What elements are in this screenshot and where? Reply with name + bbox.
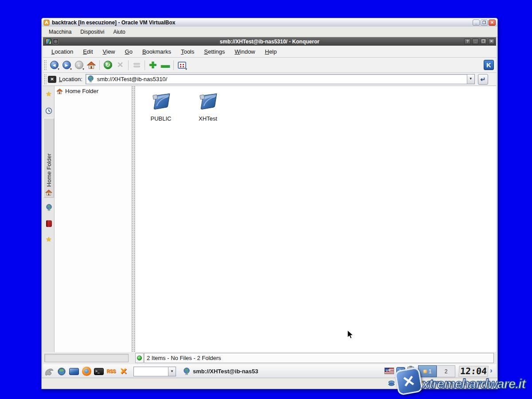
globe-icon — [87, 75, 94, 83]
menu-dispositivi[interactable]: Dispositivi — [76, 27, 109, 36]
help-button[interactable]: ? — [464, 39, 471, 44]
konqueror-title: smb://XHTest@ib-nas5310/ - Konqueror — [43, 39, 496, 45]
folder-item-xhtest[interactable]: XHTest — [192, 91, 223, 122]
konqueror-toolbar: ◀▼ ▶▼ ▲▼ ↻ ✕ ✚ ▬ ▼ K — [43, 58, 496, 73]
zoom-in-button[interactable]: ✚ — [147, 59, 159, 71]
firefox-icon — [82, 367, 91, 376]
rss-launcher[interactable]: RSS — [105, 365, 117, 378]
status-text: 2 Items - No Files - 2 Folders — [144, 353, 494, 363]
services-tab[interactable]: ★ — [44, 90, 53, 98]
menu-aiuto[interactable]: Aiuto — [109, 27, 129, 36]
status-led-box — [135, 353, 144, 363]
reload-button[interactable]: ↻ — [102, 59, 114, 71]
menu-window[interactable]: Window — [230, 47, 260, 57]
up-dropdown-icon: ▼ — [82, 68, 85, 70]
shade-icon[interactable]: ◎ — [53, 39, 59, 44]
konqueror-titlebar[interactable]: smb://XHTest@ib-nas5310/ - Konqueror ◎ ?… — [43, 37, 496, 46]
virtualbox-app-icon — [43, 20, 50, 26]
root-folder-tab[interactable] — [44, 219, 53, 228]
menu-view[interactable]: View — [98, 47, 120, 57]
toolbar-separator — [99, 60, 100, 70]
combobox-value — [134, 367, 168, 376]
menu-tools[interactable]: Tools — [176, 47, 199, 57]
menu-macchina[interactable]: Macchina — [44, 27, 76, 36]
virtualbox-titlebar[interactable]: backtrack [In esecuzione] - Oracle VM Vi… — [42, 18, 497, 27]
mouse-cursor — [347, 330, 354, 340]
konqueror-statusbar: 2 Items - No Files - 2 Folders — [43, 352, 496, 364]
toolbar-separator — [173, 60, 174, 70]
firefox-launcher[interactable] — [80, 365, 93, 378]
back-dropdown-icon: ▼ — [57, 68, 60, 70]
forward-button[interactable]: ▶▼ — [60, 59, 73, 71]
up-button[interactable]: ▲▼ — [73, 59, 85, 71]
menu-settings[interactable]: Settings — [199, 47, 230, 57]
location-input[interactable] — [95, 76, 467, 82]
close-button[interactable]: ✕ — [488, 39, 495, 44]
stop-icon: ✕ — [117, 60, 123, 70]
clear-location-icon[interactable]: ✕ — [48, 76, 56, 83]
menu-help[interactable]: Help — [260, 47, 282, 57]
home-button[interactable] — [85, 59, 98, 71]
kmenu-button[interactable] — [43, 365, 55, 378]
close-button[interactable]: ✕ — [489, 20, 496, 26]
orange-x-icon: ✕ — [120, 366, 127, 376]
keyboard-layout-icon[interactable]: US — [384, 368, 394, 374]
zoom-in-icon: ✚ — [149, 60, 157, 70]
taskbar-item-konqueror[interactable]: smb://XHTest@ib-nas53 — [183, 368, 294, 376]
folder-label: XHTest — [192, 115, 223, 122]
stop-button[interactable]: ✕ — [114, 59, 126, 71]
maximize-button[interactable]: ❐ — [481, 20, 488, 26]
rss-icon: RSS — [107, 369, 116, 374]
combobox-dropdown-icon[interactable]: ▼ — [168, 367, 176, 376]
panel-combobox[interactable]: ▼ — [133, 367, 176, 376]
red-book-icon — [46, 220, 52, 227]
folder-icon — [150, 91, 172, 112]
network-tab[interactable] — [44, 203, 53, 212]
location-dropdown-icon[interactable]: ▼ — [467, 74, 474, 84]
progress-bar — [44, 354, 129, 362]
folder-item-public[interactable]: PUBLIC — [145, 91, 176, 122]
zoom-out-icon: ▬ — [161, 60, 170, 70]
watermark: ✕ xtremehardware.it — [395, 367, 528, 397]
toolbar-drag-handle[interactable] — [44, 60, 47, 70]
hdd-icon — [388, 380, 395, 387]
history-clock-icon — [45, 107, 52, 114]
xapp-launcher[interactable]: ✕ — [117, 365, 130, 378]
minimize-button[interactable]: _ — [473, 20, 480, 26]
menu-location[interactable]: Location — [47, 47, 78, 57]
taskbar-item-label: smb://XHTest@ib-nas53 — [193, 368, 286, 375]
back-button[interactable]: ◀▼ — [48, 59, 60, 71]
print-button[interactable] — [130, 59, 143, 71]
konqueror-window-icon[interactable] — [46, 39, 51, 44]
locationbar-drag-handle[interactable] — [44, 74, 47, 85]
history-tab[interactable] — [44, 106, 53, 115]
zoom-out-button[interactable]: ▬ — [159, 59, 172, 71]
sidebar-panel: Home Folder — [55, 86, 132, 352]
bookmarks-tab[interactable]: ★ — [44, 235, 53, 244]
desktop: backtrack [In esecuzione] - Oracle VM Vi… — [0, 0, 532, 399]
terminal-icon: >_ — [94, 368, 104, 375]
terminal-launcher[interactable]: >_ — [93, 365, 105, 378]
minimize-button[interactable]: _ — [472, 39, 479, 44]
maximize-button[interactable]: ❐ — [480, 39, 487, 44]
menu-go[interactable]: Go — [120, 47, 137, 57]
home-folder-tab[interactable]: Home Folder — [43, 118, 54, 198]
menu-bookmarks[interactable]: Bookmarks — [137, 47, 176, 57]
home-icon — [45, 189, 52, 196]
sidebar-tabstrip: ★ Home Folder ★ — [43, 86, 55, 352]
services-icon: ★ — [46, 90, 51, 98]
menu-edit[interactable]: Edit — [78, 47, 98, 57]
sidebar-home-folder-item[interactable]: Home Folder — [55, 86, 131, 96]
desktop-launcher[interactable] — [68, 365, 80, 378]
view-mode-button[interactable]: ▼ — [176, 59, 188, 71]
network-globe-icon — [46, 204, 52, 211]
print-icon — [133, 62, 140, 68]
folder-icon — [197, 91, 219, 112]
panel-splitter[interactable] — [132, 86, 135, 352]
konqueror-launcher[interactable] — [55, 365, 68, 378]
kde-logo-button[interactable]: K — [484, 60, 494, 70]
virtualbox-menubar: Macchina Dispositivi Aiuto — [42, 27, 497, 37]
go-button[interactable]: ↵ — [478, 74, 488, 85]
toolbar-separator — [145, 60, 145, 70]
file-view[interactable]: PUBLIC XHTest — [135, 86, 496, 352]
